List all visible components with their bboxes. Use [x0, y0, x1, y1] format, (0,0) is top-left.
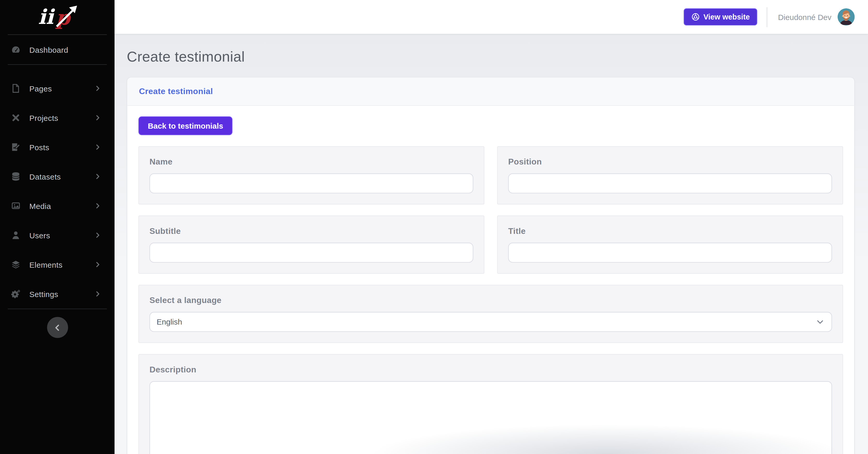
- language-select-wrap: English: [150, 312, 832, 332]
- position-input[interactable]: [508, 173, 832, 193]
- sidebar-item-label: Users: [29, 231, 50, 239]
- title-input[interactable]: [508, 243, 832, 263]
- user-name: Dieudonné Dev: [778, 12, 832, 21]
- main-area: View website Dieudonné Dev: [115, 0, 868, 454]
- iip-logo-icon: ii p: [31, 3, 84, 31]
- sidebar-item-dashboard[interactable]: Dashboard: [0, 35, 115, 64]
- sidebar-item-posts[interactable]: Posts: [0, 133, 115, 162]
- name-field-group: Name: [138, 146, 485, 204]
- sidebar-item-settings[interactable]: Settings: [0, 279, 115, 309]
- chevron-right-icon: [95, 173, 101, 179]
- page-title: Create testimonial: [127, 48, 855, 65]
- form-grid: Name Position Subtitle Title: [138, 146, 843, 454]
- gears-icon: [11, 289, 21, 299]
- title-field-group: Title: [497, 216, 843, 274]
- page-content: Create testimonial Create testimonial Ba…: [115, 34, 868, 454]
- create-testimonial-card: Create testimonial Back to testimonials …: [127, 77, 855, 454]
- position-label: Position: [508, 157, 832, 166]
- user-avatar[interactable]: [838, 8, 855, 26]
- sidebar-nav: Pages Projects Posts: [0, 65, 115, 309]
- position-field-group: Position: [497, 146, 843, 204]
- chevron-left-icon: [54, 324, 61, 331]
- sidebar-item-elements[interactable]: Elements: [0, 250, 115, 279]
- tools-icon: [11, 113, 21, 122]
- chevron-right-icon: [95, 291, 101, 297]
- chevron-right-icon: [95, 115, 101, 120]
- sidebar-item-label: Pages: [29, 84, 52, 93]
- sidebar: ii p Dashboard Pages: [0, 0, 115, 454]
- database-icon: [11, 172, 21, 181]
- subtitle-label: Subtitle: [150, 226, 473, 235]
- header-divider: [767, 7, 768, 27]
- app-window: ii p Dashboard Pages: [0, 0, 868, 454]
- sidebar-item-media[interactable]: Media: [0, 191, 115, 221]
- subtitle-input[interactable]: [150, 243, 473, 263]
- card-header: Create testimonial: [127, 78, 854, 106]
- name-input[interactable]: [150, 173, 473, 193]
- layers-icon: [11, 260, 21, 269]
- top-bar: View website Dieudonné Dev: [115, 0, 868, 34]
- subtitle-field-group: Subtitle: [138, 216, 485, 274]
- blog-post-icon: [11, 142, 21, 152]
- chevron-right-icon: [95, 203, 101, 209]
- svg-text:ii: ii: [38, 5, 55, 29]
- sidebar-item-pages[interactable]: Pages: [0, 74, 115, 103]
- language-select[interactable]: English: [150, 312, 832, 332]
- title-label: Title: [508, 226, 832, 235]
- sidebar-item-label: Posts: [29, 143, 49, 151]
- sidebar-item-label: Projects: [29, 113, 58, 122]
- page-icon: [11, 84, 21, 93]
- avatar-illustration: [838, 8, 855, 26]
- chevron-right-icon: [95, 232, 101, 238]
- description-label: Description: [150, 365, 832, 374]
- chrome-browser-icon: [691, 13, 700, 21]
- description-textarea[interactable]: [150, 381, 832, 454]
- sidebar-item-projects[interactable]: Projects: [0, 103, 115, 133]
- card-body: Back to testimonials Name Position Subti…: [127, 106, 854, 454]
- user-icon: [11, 230, 21, 240]
- sidebar-item-label: Elements: [29, 260, 63, 269]
- sidebar-item-label: Dashboard: [29, 45, 68, 54]
- sidebar-item-datasets[interactable]: Datasets: [0, 162, 115, 191]
- view-website-button[interactable]: View website: [683, 8, 757, 26]
- description-field-group: Description: [138, 354, 843, 454]
- chevron-right-icon: [95, 144, 101, 150]
- language-label: Select a language: [150, 295, 832, 305]
- sidebar-item-label: Datasets: [29, 172, 61, 181]
- name-label: Name: [150, 157, 473, 166]
- sidebar-item-label: Media: [29, 201, 51, 210]
- brand-logo[interactable]: ii p: [0, 0, 115, 34]
- sidebar-item-label: Settings: [29, 289, 58, 298]
- image-icon: [11, 201, 21, 210]
- chevron-right-icon: [95, 261, 101, 267]
- sidebar-divider: [8, 309, 107, 309]
- view-website-label: View website: [703, 13, 750, 21]
- language-field-group: Select a language English: [138, 285, 843, 343]
- back-to-testimonials-button[interactable]: Back to testimonials: [138, 116, 232, 135]
- chevron-right-icon: [95, 85, 101, 91]
- card-title: Create testimonial: [139, 87, 213, 96]
- dashboard-gauge-icon: [11, 45, 21, 54]
- sidebar-collapse-button[interactable]: [47, 317, 68, 338]
- sidebar-item-users[interactable]: Users: [0, 221, 115, 250]
